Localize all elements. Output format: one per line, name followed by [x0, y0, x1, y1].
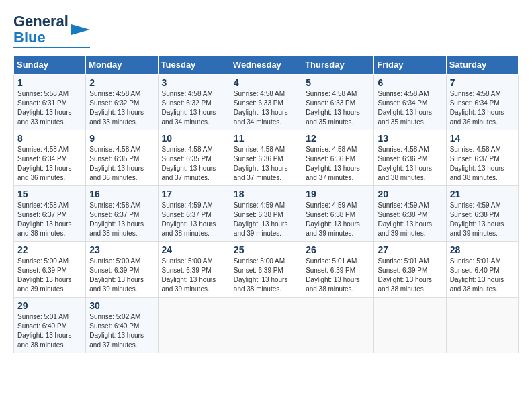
day-info: Sunrise: 4:59 AMSunset: 6:37 PMDaylight:… [162, 201, 216, 237]
column-header-tuesday: Tuesday [158, 56, 230, 75]
calendar-week-2: 8 Sunrise: 4:58 AMSunset: 6:34 PMDayligh… [14, 130, 519, 186]
calendar-cell: 28 Sunrise: 5:01 AMSunset: 6:40 PMDaylig… [446, 242, 518, 298]
calendar-cell: 22 Sunrise: 5:00 AMSunset: 6:39 PMDaylig… [14, 242, 86, 298]
day-info: Sunrise: 5:01 AMSunset: 6:40 PMDaylight:… [450, 257, 504, 293]
logo-line2: Blue [13, 30, 69, 46]
day-number: 22 [17, 244, 82, 255]
day-info: Sunrise: 4:58 AMSunset: 6:34 PMDaylight:… [450, 90, 504, 126]
calendar-cell: 3 Sunrise: 4:58 AMSunset: 6:32 PMDayligh… [158, 75, 230, 130]
day-info: Sunrise: 4:58 AMSunset: 6:36 PMDaylight:… [378, 146, 432, 181]
day-info: Sunrise: 4:58 AMSunset: 6:37 PMDaylight:… [17, 201, 72, 237]
calendar-cell: 12 Sunrise: 4:58 AMSunset: 6:36 PMDaylig… [302, 130, 374, 186]
day-number: 7 [450, 77, 515, 88]
calendar-cell: 14 Sunrise: 4:58 AMSunset: 6:37 PMDaylig… [446, 130, 518, 186]
calendar-cell: 20 Sunrise: 4:59 AMSunset: 6:38 PMDaylig… [374, 186, 446, 242]
day-number: 4 [234, 77, 298, 88]
logo-icon [71, 20, 90, 39]
calendar-cell: 10 Sunrise: 4:58 AMSunset: 6:35 PMDaylig… [158, 130, 230, 186]
calendar-cell: 2 Sunrise: 4:58 AMSunset: 6:32 PMDayligh… [86, 75, 158, 130]
day-number: 9 [89, 133, 154, 144]
column-header-thursday: Thursday [302, 56, 374, 75]
day-info: Sunrise: 4:58 AMSunset: 6:33 PMDaylight:… [234, 90, 288, 126]
logo: General Blue [13, 13, 90, 48]
calendar-cell: 25 Sunrise: 5:00 AMSunset: 6:39 PMDaylig… [230, 242, 302, 298]
day-info: Sunrise: 4:58 AMSunset: 6:36 PMDaylight:… [306, 146, 360, 181]
day-number: 16 [89, 189, 154, 199]
day-info: Sunrise: 4:58 AMSunset: 6:37 PMDaylight:… [450, 146, 504, 181]
day-info: Sunrise: 4:59 AMSunset: 6:38 PMDaylight:… [450, 201, 504, 237]
calendar-cell: 4 Sunrise: 4:58 AMSunset: 6:33 PMDayligh… [230, 75, 302, 130]
calendar-cell: 7 Sunrise: 4:58 AMSunset: 6:34 PMDayligh… [446, 75, 518, 130]
calendar-week-3: 15 Sunrise: 4:58 AMSunset: 6:37 PMDaylig… [14, 186, 519, 242]
calendar-cell: 19 Sunrise: 4:59 AMSunset: 6:38 PMDaylig… [302, 186, 374, 242]
calendar-cell [230, 298, 302, 353]
calendar-cell: 8 Sunrise: 4:58 AMSunset: 6:34 PMDayligh… [14, 130, 86, 186]
day-info: Sunrise: 4:58 AMSunset: 6:35 PMDaylight:… [89, 146, 144, 181]
calendar-cell: 30 Sunrise: 5:02 AMSunset: 6:40 PMDaylig… [86, 298, 158, 353]
calendar-header-row: SundayMondayTuesdayWednesdayThursdayFrid… [14, 56, 519, 75]
day-number: 3 [162, 77, 226, 88]
calendar-cell: 26 Sunrise: 5:01 AMSunset: 6:39 PMDaylig… [302, 242, 374, 298]
calendar-cell [302, 298, 374, 353]
day-number: 17 [162, 189, 226, 199]
calendar-cell: 6 Sunrise: 4:58 AMSunset: 6:34 PMDayligh… [374, 75, 446, 130]
day-number: 1 [17, 77, 82, 88]
column-header-wednesday: Wednesday [230, 56, 302, 75]
day-info: Sunrise: 5:01 AMSunset: 6:39 PMDaylight:… [306, 257, 360, 293]
day-info: Sunrise: 5:58 AMSunset: 6:31 PMDaylight:… [17, 90, 72, 126]
calendar-cell [446, 298, 518, 353]
calendar-cell: 9 Sunrise: 4:58 AMSunset: 6:35 PMDayligh… [86, 130, 158, 186]
column-header-sunday: Sunday [14, 56, 86, 75]
day-info: Sunrise: 4:58 AMSunset: 6:32 PMDaylight:… [89, 90, 144, 126]
calendar-cell: 15 Sunrise: 4:58 AMSunset: 6:37 PMDaylig… [14, 186, 86, 242]
day-number: 10 [162, 133, 226, 144]
day-number: 25 [234, 244, 298, 255]
day-info: Sunrise: 4:58 AMSunset: 6:36 PMDaylight:… [234, 146, 288, 181]
day-number: 20 [378, 189, 442, 199]
calendar-cell [374, 298, 446, 353]
day-number: 24 [162, 244, 226, 255]
day-number: 29 [17, 300, 82, 311]
day-number: 23 [89, 244, 154, 255]
calendar-week-1: 1 Sunrise: 5:58 AMSunset: 6:31 PMDayligh… [14, 75, 519, 130]
calendar-body: 1 Sunrise: 5:58 AMSunset: 6:31 PMDayligh… [14, 75, 519, 353]
day-info: Sunrise: 4:59 AMSunset: 6:38 PMDaylight:… [234, 201, 288, 237]
day-info: Sunrise: 5:02 AMSunset: 6:40 PMDaylight:… [89, 313, 144, 349]
day-number: 5 [306, 77, 370, 88]
page-header: General Blue [13, 13, 519, 48]
calendar-cell: 13 Sunrise: 4:58 AMSunset: 6:36 PMDaylig… [374, 130, 446, 186]
day-number: 12 [306, 133, 370, 144]
day-number: 28 [450, 244, 515, 255]
calendar-cell: 11 Sunrise: 4:58 AMSunset: 6:36 PMDaylig… [230, 130, 302, 186]
logo-line1: General [13, 13, 69, 30]
day-number: 19 [306, 189, 370, 199]
day-number: 8 [17, 133, 82, 144]
column-header-friday: Friday [374, 56, 446, 75]
calendar-table: SundayMondayTuesdayWednesdayThursdayFrid… [13, 55, 519, 353]
day-info: Sunrise: 4:58 AMSunset: 6:35 PMDaylight:… [162, 146, 216, 181]
day-info: Sunrise: 5:01 AMSunset: 6:40 PMDaylight:… [17, 313, 72, 349]
day-info: Sunrise: 4:58 AMSunset: 6:32 PMDaylight:… [162, 90, 216, 126]
column-header-monday: Monday [86, 56, 158, 75]
calendar-cell: 5 Sunrise: 4:58 AMSunset: 6:33 PMDayligh… [302, 75, 374, 130]
calendar-cell: 24 Sunrise: 5:00 AMSunset: 6:39 PMDaylig… [158, 242, 230, 298]
calendar-cell: 29 Sunrise: 5:01 AMSunset: 6:40 PMDaylig… [14, 298, 86, 353]
day-info: Sunrise: 4:59 AMSunset: 6:38 PMDaylight:… [378, 201, 432, 237]
day-info: Sunrise: 5:00 AMSunset: 6:39 PMDaylight:… [89, 257, 144, 293]
calendar-cell: 23 Sunrise: 5:00 AMSunset: 6:39 PMDaylig… [86, 242, 158, 298]
day-info: Sunrise: 5:01 AMSunset: 6:39 PMDaylight:… [378, 257, 432, 293]
day-info: Sunrise: 4:58 AMSunset: 6:34 PMDaylight:… [17, 146, 72, 181]
calendar-cell: 16 Sunrise: 4:58 AMSunset: 6:37 PMDaylig… [86, 186, 158, 242]
day-number: 21 [450, 189, 515, 199]
calendar-week-5: 29 Sunrise: 5:01 AMSunset: 6:40 PMDaylig… [14, 298, 519, 353]
day-info: Sunrise: 4:58 AMSunset: 6:33 PMDaylight:… [306, 90, 360, 126]
calendar-cell: 18 Sunrise: 4:59 AMSunset: 6:38 PMDaylig… [230, 186, 302, 242]
day-number: 13 [378, 133, 442, 144]
calendar-cell: 21 Sunrise: 4:59 AMSunset: 6:38 PMDaylig… [446, 186, 518, 242]
day-info: Sunrise: 5:00 AMSunset: 6:39 PMDaylight:… [234, 257, 288, 293]
day-number: 30 [89, 300, 154, 311]
svg-marker-0 [71, 24, 90, 35]
day-info: Sunrise: 5:00 AMSunset: 6:39 PMDaylight:… [162, 257, 216, 293]
day-number: 2 [89, 77, 154, 88]
day-number: 14 [450, 133, 515, 144]
